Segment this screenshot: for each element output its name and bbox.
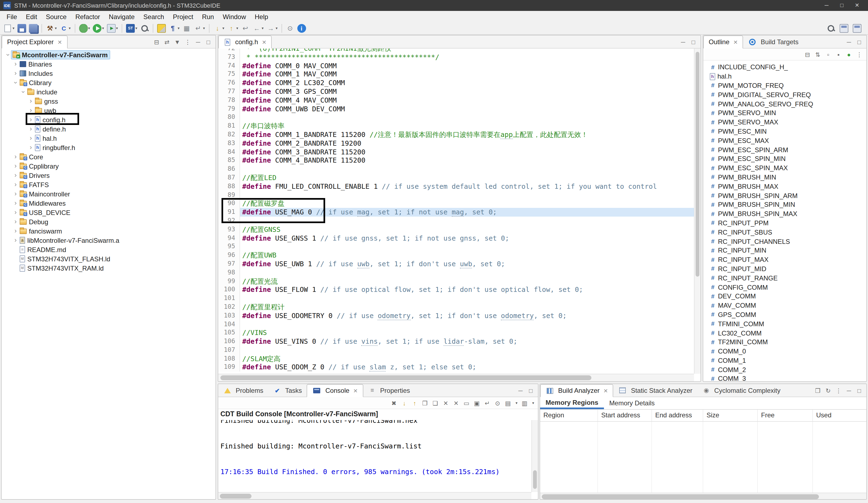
expand-arrow-icon[interactable]: ›: [20, 89, 26, 95]
cpp-perspective-icon[interactable]: [853, 24, 861, 33]
outline-item-rc-input-channels[interactable]: #RC_INPUT_CHANNELS: [703, 237, 866, 246]
tab-cyclomatic-complexity[interactable]: ◉Cyclomatic Complexity: [697, 384, 785, 397]
minimize-icon[interactable]: ─: [846, 38, 852, 45]
link-with-editor-icon[interactable]: ⇄: [164, 38, 170, 45]
filter-icon[interactable]: ▼: [174, 38, 180, 45]
outline-item-pwm-brush-spin-arm[interactable]: #PWM_BRUSH_SPIN_ARM: [703, 191, 866, 200]
tree-item-cpplibrary[interactable]: ›Cpplibrary: [2, 162, 216, 171]
tab-project-explorer[interactable]: Project Explorer ✕: [2, 35, 68, 49]
debug-button[interactable]: ▾: [78, 23, 91, 34]
close-window-button[interactable]: ✕: [849, 0, 865, 11]
collapse-all-icon[interactable]: ⊟: [804, 50, 811, 58]
code-line-108[interactable]: 108//SLAM定高: [218, 354, 694, 363]
expand-arrow-icon[interactable]: ›: [12, 200, 19, 206]
open-console-icon[interactable]: ▥: [521, 399, 528, 407]
code-line-100[interactable]: 100#define USE_FLOW 1 // if use optical …: [218, 286, 694, 294]
outline-item-pwm-brush-spin-max[interactable]: #PWM_BRUSH_SPIN_MAX: [703, 209, 866, 219]
outline-item-pwm-servo-min[interactable]: #PWM_SERVO_MIN: [703, 109, 866, 118]
expand-arrow-icon[interactable]: ›: [12, 209, 19, 215]
code-line-88[interactable]: 88#define FMU_LED_CONTROLL_ENABLE 1 // i…: [218, 182, 694, 191]
maximize-icon[interactable]: □: [528, 387, 534, 394]
tree-item-stm32h743vitx-ram-ld[interactable]: ldSTM32H743VITX_RAM.ld: [2, 264, 216, 273]
code-line-104[interactable]: 104: [218, 320, 694, 329]
close-tab-icon[interactable]: ✕: [58, 39, 62, 45]
code-line-101[interactable]: 101: [218, 294, 694, 303]
code-line-103[interactable]: 103#define USE_ODOMETRY 0 // if use odom…: [218, 311, 694, 320]
column-header-size[interactable]: Size: [703, 410, 758, 421]
new-button[interactable]: ▾: [2, 23, 16, 34]
code-line-94[interactable]: 94#define USE_GNSS 1 // if use gnss, set…: [218, 234, 694, 243]
menu-refactor[interactable]: Refactor: [71, 12, 104, 22]
code-line-95[interactable]: 95: [218, 243, 694, 251]
scrollbar-thumb[interactable]: [695, 52, 700, 277]
code-line-79[interactable]: 79#define COMM_UWB DEV_COMM: [218, 104, 694, 113]
code-line-87[interactable]: 87//配置LED: [218, 174, 694, 182]
dropdown-caret-icon[interactable]: ▾: [276, 26, 277, 31]
last-edit-location-button[interactable]: ↩: [240, 23, 251, 34]
tree-item-readme-md[interactable]: ≡README.md: [2, 245, 216, 254]
scroll-lock-icon[interactable]: ▣: [474, 399, 480, 407]
remove-all-launches-icon[interactable]: ✕: [453, 399, 459, 407]
menu-search[interactable]: Search: [139, 12, 168, 22]
external-tools-button[interactable]: ▾: [105, 23, 119, 34]
remove-launch-icon[interactable]: ✕: [443, 399, 449, 407]
toggle-mark-occurrences-button[interactable]: [156, 23, 167, 34]
open-build-log-icon[interactable]: ❏: [432, 399, 438, 407]
menu-edit[interactable]: Edit: [22, 12, 41, 22]
outline-item-pwm-motor-freq[interactable]: #PWM_MOTOR_FREQ: [703, 81, 866, 90]
expand-arrow-icon[interactable]: ›: [28, 107, 34, 113]
code-line-73[interactable]: 73 * ***********************************…: [218, 53, 694, 62]
tree-item-clibrary[interactable]: ›Clibrary: [2, 78, 216, 87]
tree-item-maincontroller[interactable]: ›Maincontroller: [2, 189, 216, 198]
dropdown-caret-icon[interactable]: ▾: [532, 401, 534, 405]
refresh-icon[interactable]: ↻: [825, 387, 831, 394]
terminate-icon[interactable]: ✖: [391, 399, 397, 407]
code-line-109[interactable]: 109#define USE_ODOM_Z 0 // if use slam z…: [218, 363, 694, 372]
copy-build-log-icon[interactable]: ❐: [422, 399, 428, 407]
expand-arrow-icon[interactable]: ›: [12, 61, 19, 67]
dropdown-caret-icon[interactable]: ▾: [178, 26, 179, 31]
outline-item-pwm-analog-servo-freq[interactable]: #PWM_ANALOG_SERVO_FREQ: [703, 99, 866, 109]
tree-item-stm32h743vitx-flash-ld[interactable]: ldSTM32H743VITX_FLASH.ld: [2, 254, 216, 264]
back-button[interactable]: ←▾: [251, 23, 265, 34]
code-line-96[interactable]: 96//配置UWB: [218, 251, 694, 260]
search-dialog-button[interactable]: [139, 23, 150, 34]
tree-item-hal-h[interactable]: ›hhal.h: [2, 134, 216, 143]
save-button[interactable]: [16, 23, 27, 34]
outline-item-pwm-esc-max[interactable]: #PWM_ESC_MAX: [703, 136, 866, 145]
block-selection-button[interactable]: ▦: [181, 23, 192, 34]
dropdown-caret-icon[interactable]: ▾: [516, 401, 517, 405]
tree-item-gnss[interactable]: ›gnss: [2, 96, 216, 106]
new-stm32-project-button[interactable]: ST▾: [125, 23, 138, 34]
code-line-74[interactable]: 74#define COMM_0 MAV_COMM: [218, 61, 694, 70]
tab-config-h[interactable]: h config.h ✕: [218, 35, 272, 49]
code-line-77[interactable]: 77#define COMM_3 GPS_COMM: [218, 87, 694, 96]
console-output[interactable]: Finished building: Mcontroller-v7-FanciS…: [218, 420, 531, 492]
column-header-region[interactable]: Region: [540, 410, 598, 421]
outline-item-pwm-digital-servo-freq[interactable]: #PWM_DIGITAL_SERVO_FREQ: [703, 90, 866, 100]
minimize-window-button[interactable]: ─: [819, 0, 834, 11]
column-header-used[interactable]: Used: [813, 410, 867, 421]
menu-run[interactable]: Run: [197, 12, 218, 22]
editor-horizontal-scrollbar[interactable]: [218, 374, 694, 381]
code-line-81[interactable]: 81//串口波特率: [218, 122, 694, 130]
tree-item-config-h[interactable]: ›hconfig.h: [2, 115, 216, 124]
dropdown-caret-icon[interactable]: ▾: [236, 26, 238, 31]
close-tab-icon[interactable]: ✕: [262, 39, 267, 45]
next-annotation-button[interactable]: ↓▾: [212, 23, 225, 34]
build-button[interactable]: ⚒▾: [44, 23, 58, 34]
menu-help[interactable]: Help: [250, 12, 272, 22]
tab-memory-details[interactable]: Memory Details: [604, 397, 660, 409]
next-console-page-icon[interactable]: ↓: [401, 399, 407, 407]
code-line-75[interactable]: 75#define COMM_1 MAV_COMM: [218, 70, 694, 79]
menu-navigate[interactable]: Navigate: [104, 12, 139, 22]
expand-arrow-icon[interactable]: ›: [12, 80, 19, 86]
outline-item-pwm-esc-min[interactable]: #PWM_ESC_MIN: [703, 127, 866, 136]
open-perspective-icon[interactable]: [840, 24, 848, 33]
menu-file[interactable]: File: [2, 12, 22, 22]
tree-item-uwb[interactable]: ›uwb: [2, 106, 216, 115]
tree-item-binaries[interactable]: ›Binaries: [2, 60, 216, 69]
close-tab-icon[interactable]: ✕: [603, 388, 608, 394]
outline-item-config-comm[interactable]: #CONFIG_COMM: [703, 283, 866, 292]
expand-arrow-icon[interactable]: ›: [12, 154, 19, 160]
